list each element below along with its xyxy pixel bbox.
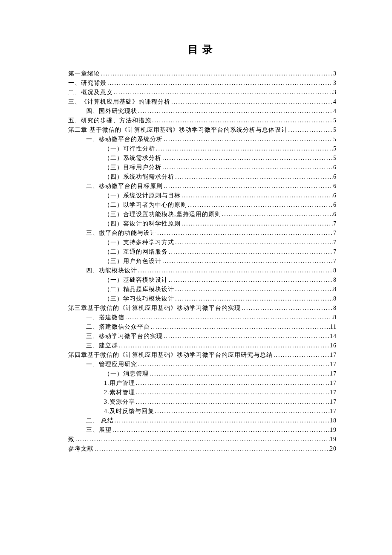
toc-entry-text: （三）学习技巧模块设计 [104, 294, 174, 304]
toc-leader-dots [137, 360, 330, 369]
toc-entry-text: 四、功能模块设计 [86, 266, 137, 275]
toc-entry: 三、展望19 [68, 425, 337, 435]
toc-leader-dots [168, 275, 333, 285]
toc-entry-page: 6 [333, 200, 337, 210]
toc-entry: （四）容设计的科学性原则7 [68, 219, 337, 228]
toc-entry-text: 三、展望 [86, 425, 112, 435]
toc-entry-page: 7 [333, 257, 337, 266]
toc-entry-page: 18 [330, 416, 337, 425]
toc-entry-page: 8 [333, 304, 337, 313]
toc-entry-text: （一）系统设计原则与目标 [104, 191, 181, 200]
toc-entry-page: 4 [333, 107, 337, 116]
toc-leader-dots [112, 425, 330, 435]
toc-entry: （一）支持多种学习方式7 [68, 238, 337, 247]
toc-leader-dots [94, 444, 330, 454]
toc-entry-text: 三、《计算机应用基础》的课程分析 [68, 97, 170, 107]
toc-entry-page: 4 [333, 97, 337, 107]
toc-entry-page: 5 [333, 125, 337, 135]
toc-leader-dots [241, 304, 333, 313]
toc-entry: （一）可行性分析5 [68, 144, 337, 153]
toc-entry-text: 三、移动学习微平台的实现 [86, 332, 163, 341]
toc-leader-dots [273, 350, 330, 360]
toc-entry: 一、研究背景3 [68, 78, 337, 88]
toc-entry-page: 19 [330, 425, 337, 435]
toc-entry-page: 7 [333, 228, 337, 238]
document-page: 目录 第一章绪论3一、研究背景3二、概况及意义3三、《计算机应用基础》的课程分析… [0, 0, 392, 454]
toc-entry: 一、管理应用研究17 [68, 360, 337, 369]
toc-leader-dots [149, 369, 330, 379]
toc-leader-dots [174, 285, 333, 294]
toc-entry-page: 5 [333, 153, 337, 163]
toc-entry-page: 6 [333, 210, 337, 219]
toc-entry-page: 8 [333, 313, 337, 322]
toc-entry-page: 6 [333, 172, 337, 182]
toc-leader-dots [181, 191, 333, 200]
toc-entry-page: 11 [330, 322, 337, 332]
toc-entry-page: 8 [333, 275, 337, 285]
toc-leader-dots [170, 97, 333, 107]
toc-entry: 二、移动微平台的目标原则6 [68, 182, 337, 191]
toc-title: 目录 [68, 43, 337, 56]
toc-entry-text: 第三章基于微信的《计算机应用基础》移动学习微平台的实现 [68, 304, 241, 313]
toc-leader-dots [154, 407, 330, 416]
toc-entry-text: （四）容设计的科学性原则 [104, 219, 181, 228]
table-of-contents: 第一章绪论3一、研究背景3二、概况及意义3三、《计算机应用基础》的课程分析4四、… [68, 69, 337, 454]
toc-entry: 参考文献20 [68, 444, 337, 454]
toc-leader-dots [155, 144, 333, 153]
toc-entry-page: 8 [333, 266, 337, 275]
toc-entry-page: 17 [330, 369, 337, 379]
toc-entry-text: （四）系统功能需求分析 [104, 172, 174, 182]
toc-entry: （二）以学习者为中心的原则6 [68, 200, 337, 210]
toc-entry-page: 8 [333, 285, 337, 294]
toc-leader-dots [163, 332, 330, 341]
toc-leader-dots [187, 200, 333, 210]
toc-entry-text: 一、研究背景 [68, 78, 107, 88]
toc-entry-text: （三）目标用户分析 [104, 163, 161, 172]
toc-entry: 致19 [68, 435, 337, 444]
toc-leader-dots [181, 219, 333, 228]
toc-entry: （一）基础容模块设计8 [68, 275, 337, 285]
toc-entry-text: 二、 总结 [86, 416, 114, 425]
toc-entry: 四、国外研究现状4 [68, 107, 337, 116]
toc-leader-dots [161, 163, 333, 172]
toc-entry: 三、《计算机应用基础》的课程分析4 [68, 97, 337, 107]
toc-entry: 第二章 基于微信的《计算机应用基础》移动学习微平台的系统分析与总体设计5 [68, 125, 337, 135]
toc-entry-text: 第二章 基于微信的《计算机应用基础》移动学习微平台的系统分析与总体设计 [68, 125, 288, 135]
toc-entry-text: （二）以学习者为中心的原则 [104, 200, 187, 210]
toc-leader-dots [163, 135, 333, 144]
toc-entry-text: 2.素材管理 [104, 388, 135, 397]
toc-entry-text: 第四章基于微信的《计算机应用基础》移动学习微平台的应用研究与总结 [68, 350, 273, 360]
toc-entry-text: （一）基础容模块设计 [104, 275, 168, 285]
toc-entry-page: 6 [333, 191, 337, 200]
toc-entry: （三）合理设置功能模块,坚持适用的原则6 [68, 210, 337, 219]
toc-entry-page: 5 [333, 116, 337, 125]
toc-entry: （二）互通的网络服务7 [68, 247, 337, 257]
toc-entry-text: 3.资源分享 [104, 397, 135, 407]
toc-entry: 三、移动学习微平台的实现14 [68, 332, 337, 341]
toc-entry-page: 14 [330, 332, 337, 341]
toc-leader-dots [221, 210, 334, 219]
toc-entry: （四）系统功能需求分析6 [68, 172, 337, 182]
toc-entry-text: 四、国外研究现状 [86, 107, 137, 116]
toc-entry-page: 5 [333, 135, 337, 144]
toc-entry: 第四章基于微信的《计算机应用基础》移动学习微平台的应用研究与总结17 [68, 350, 337, 360]
toc-entry: 一、移动微平台的系统分析5 [68, 135, 337, 144]
toc-entry: 2.素材管理17 [68, 388, 337, 397]
toc-entry: 一、搭建微信8 [68, 313, 337, 322]
toc-leader-dots [174, 172, 333, 182]
toc-entry-page: 17 [330, 360, 337, 369]
toc-entry: （三）目标用户分析6 [68, 163, 337, 172]
toc-leader-dots [161, 257, 333, 266]
toc-entry: 1.用户管理17 [68, 379, 337, 388]
toc-entry-page: 6 [333, 182, 337, 191]
toc-entry-page: 8 [333, 294, 337, 304]
toc-leader-dots [75, 435, 330, 444]
toc-entry-page: 17 [330, 407, 337, 416]
toc-entry: 3.资源分享17 [68, 397, 337, 407]
toc-leader-dots [150, 322, 330, 332]
toc-entry-text: 三、微平台的功能与设计 [86, 228, 156, 238]
toc-entry: 三、建立群16 [68, 341, 337, 350]
toc-entry-page: 17 [330, 388, 337, 397]
toc-entry-text: （二）精品题库模块设计 [104, 285, 174, 294]
toc-entry-page: 16 [330, 341, 337, 350]
